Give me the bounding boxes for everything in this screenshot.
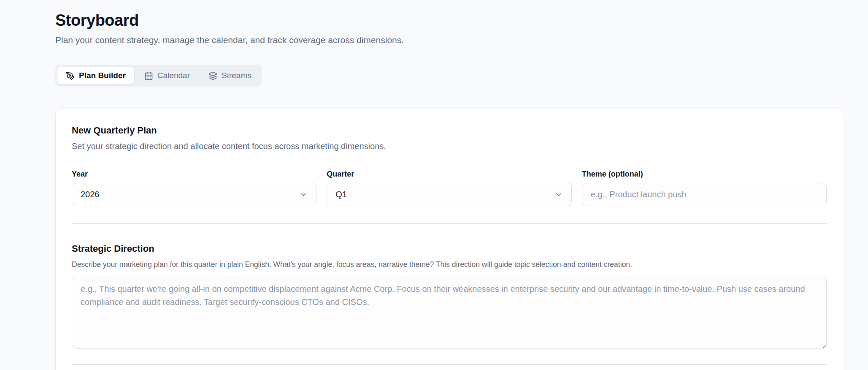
year-select-value: 2026 — [81, 190, 100, 199]
tab-plan-builder-label: Plan Builder — [79, 71, 126, 80]
year-select[interactable]: 2026 — [72, 183, 316, 206]
card-subtitle: Set your strategic direction and allocat… — [72, 141, 827, 151]
theme-input[interactable] — [582, 183, 827, 206]
calendar-icon — [144, 71, 153, 80]
tab-plan-builder[interactable]: Plan Builder — [57, 67, 134, 84]
chevron-down-icon — [299, 190, 308, 199]
year-field: Year 2026 — [72, 170, 316, 206]
plan-settings-row: Year 2026 Quarter Q1 Theme (optional) — [72, 170, 827, 206]
page-title: Storyboard — [55, 11, 843, 30]
strategic-direction-description: Describe your marketing plan for this qu… — [72, 260, 827, 269]
pen-tool-icon — [66, 71, 75, 80]
card-title: New Quarterly Plan — [72, 125, 827, 136]
tab-calendar[interactable]: Calendar — [136, 67, 198, 84]
section-divider — [72, 364, 827, 365]
quarter-select[interactable]: Q1 — [327, 183, 571, 206]
section-divider — [72, 223, 827, 224]
tab-streams[interactable]: Streams — [200, 67, 260, 84]
strategic-direction-title: Strategic Direction — [72, 243, 827, 254]
theme-field: Theme (optional) — [582, 170, 827, 206]
quarter-label: Quarter — [327, 170, 571, 179]
view-tabs: Plan Builder Calendar Streams — [55, 65, 262, 87]
quarter-field: Quarter Q1 — [327, 170, 571, 206]
new-quarterly-plan-card: New Quarterly Plan Set your strategic di… — [55, 109, 843, 370]
quarter-select-value: Q1 — [335, 190, 347, 199]
tab-streams-label: Streams — [222, 71, 251, 80]
strategic-direction-section: Strategic Direction Describe your market… — [72, 243, 827, 349]
chevron-down-icon — [554, 190, 563, 199]
year-label: Year — [72, 170, 316, 179]
theme-label: Theme (optional) — [582, 170, 827, 179]
tab-calendar-label: Calendar — [157, 71, 190, 80]
page-subtitle: Plan your content strategy, manage the c… — [55, 35, 843, 45]
strategic-direction-textarea[interactable] — [72, 277, 827, 349]
layers-icon — [208, 71, 217, 80]
storyboard-page: Storyboard Plan your content strategy, m… — [0, 0, 868, 370]
